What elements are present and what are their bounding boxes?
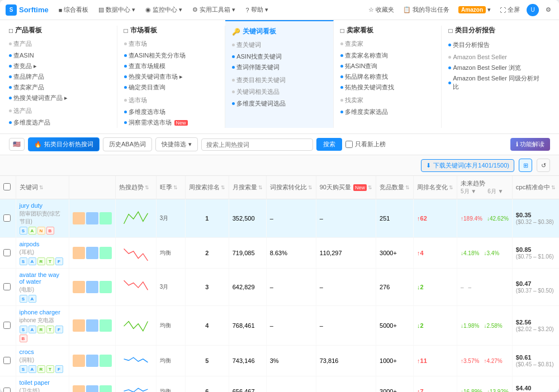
may-trend: ↓4.18% xyxy=(461,250,479,256)
menu-section-market: □市场看板 查市场 查ASIN相关竞分市场 查直市场规模 热搜关键词查市场 ▸ … xyxy=(117,26,226,128)
nav-item-tools[interactable]: ⚙ 实用工具箱 ▾ xyxy=(188,0,240,20)
keyword-name[interactable]: toilet paper xyxy=(20,379,65,386)
future-trend-cell: ↓16.89% ↓13.92% xyxy=(457,376,513,393)
product-thumbnail xyxy=(86,319,98,332)
new-listing-checkbox[interactable]: 只看新上榜 xyxy=(345,140,386,149)
keyword-name[interactable]: iphone charger xyxy=(20,309,65,315)
dot-icon7 xyxy=(9,109,12,112)
rank-change-cell: ↑7 xyxy=(414,376,457,393)
rank-cell: 2 xyxy=(185,238,229,269)
menu-link-seller-name[interactable]: 查卖家名称查询 xyxy=(340,50,435,61)
cpc-value: $0.35 xyxy=(516,212,556,218)
th-keyword: 关键词 ⇅ xyxy=(16,176,69,199)
menu-link-direct-market[interactable]: 查直市场规模 xyxy=(124,61,219,71)
menu-sub-category-keyword: 查类目相关关键词 xyxy=(232,76,326,84)
menu-link-competitor[interactable]: 查竞品 ▸ xyxy=(9,61,110,71)
menu-title-product: □ 产品看板 xyxy=(9,26,110,35)
menu-sub-seller-search: 查卖家 xyxy=(340,40,435,48)
settings-btn[interactable]: ⚙ xyxy=(543,6,553,13)
menu-link-category-market[interactable]: 确定类目查询 xyxy=(124,82,219,93)
keyword-name[interactable]: avatar the way of water xyxy=(20,271,65,285)
dot-icon30 xyxy=(448,44,451,46)
menu-link-asin[interactable]: 查ASIN xyxy=(9,50,110,61)
dot-icon9 xyxy=(124,42,127,45)
func-explain-button[interactable]: ℹ 功能解读 xyxy=(510,138,550,151)
menu-link-brand-products[interactable]: 查品牌产品 xyxy=(9,71,110,82)
logo-icon: S xyxy=(6,4,17,16)
keyword-cell: iphone charger iphone 充电器 SARTFB xyxy=(16,306,69,346)
keyword-name[interactable]: airpods xyxy=(20,241,65,247)
nav-item-help[interactable]: ? 帮助 ▾ xyxy=(241,0,272,20)
menu-link-related-keyword[interactable]: 查词伴随关键词 xyxy=(232,62,326,73)
menu-link-multi-seller[interactable]: 多维度卖家选品 xyxy=(340,107,435,117)
row-checkbox[interactable] xyxy=(3,283,11,290)
menu-link-category-report[interactable]: 类目分析报告 xyxy=(448,40,543,50)
menu-link-brand-name[interactable]: 拓品牌名称查找 xyxy=(340,71,435,82)
th-rank: 周搜索排名 ⇅ xyxy=(185,176,229,199)
row-checkbox[interactable] xyxy=(3,249,11,256)
th-monthly: 月搜索量 ⇅ xyxy=(229,176,266,199)
menu-link-hot-search-product[interactable]: 热搜关键词查产品 ▸ xyxy=(9,93,110,103)
dot-icon18 xyxy=(232,55,235,58)
row-checkbox[interactable] xyxy=(3,322,11,329)
cpc-range: ($0.75 – $1.06) xyxy=(516,254,556,260)
menu-link-multi-select-product[interactable]: 多维度选产品 xyxy=(9,117,110,128)
dot-icon14 xyxy=(124,99,127,102)
nav-item-overview[interactable]: ■ 综合看板 xyxy=(54,0,93,20)
fullscreen-btn[interactable]: ⛶ 全屏 xyxy=(498,6,522,14)
nav-item-datacenter[interactable]: ▤ 数据中心 ▾ xyxy=(94,0,140,20)
menu-section-keyword: 🔑 关键词看板 查关键词 ASIN找查关键词 查词伴随关键词 查类目相关关键词 … xyxy=(225,20,334,128)
new-listing-checkbox-input[interactable] xyxy=(345,141,353,148)
menu-link-demand-market[interactable]: 洞察需求选市场 New xyxy=(124,117,219,128)
dot-icon24 xyxy=(340,54,343,57)
row-checkbox[interactable] xyxy=(3,357,11,364)
keyword-name[interactable]: crocs xyxy=(20,348,65,355)
menu-link-asin-keyword[interactable]: ASIN找查关键词 xyxy=(232,51,326,62)
nav-item-monitor[interactable]: ◉ 监控中心 ▾ xyxy=(141,0,187,20)
user-avatar[interactable]: U xyxy=(527,4,539,16)
menu-link-hot-keyword-seller[interactable]: 拓热搜关键词查找 xyxy=(340,82,435,93)
menu-link-multi-market[interactable]: 多维度选市场 xyxy=(124,107,219,117)
amazon-selector[interactable]: Amazon ▾ xyxy=(456,6,493,13)
products-cell: 276 xyxy=(376,269,414,306)
cpc-range: ($0.45 – $0.81) xyxy=(516,361,556,367)
select-all-checkbox[interactable] xyxy=(3,183,11,190)
us-flag-icon: 🇺🇸 xyxy=(13,141,21,148)
search-button[interactable]: 搜索 xyxy=(316,138,342,151)
hot-search-button[interactable]: 🔥 拓类目分析热搜词 xyxy=(28,137,100,151)
conversion-cell: – xyxy=(266,376,316,393)
row-checkbox-cell xyxy=(0,376,16,393)
future-trend-cell: ↓1.98% ↓2.58% xyxy=(457,306,513,346)
grid-view-button[interactable]: ⊞ xyxy=(519,159,532,172)
jun-trend: ↓13.92% xyxy=(487,389,509,393)
keyword-tag: T xyxy=(46,257,54,265)
collect-btn[interactable]: ☆ 收藏夹 xyxy=(366,6,396,14)
quick-filter-button[interactable]: 快捷筛选 ▾ xyxy=(155,137,198,151)
refresh-button[interactable]: ↺ xyxy=(537,159,550,172)
menu-link-best-seller-compare[interactable]: Amazon Best Seller 同级分析对比 xyxy=(448,73,543,92)
rank-number: 5 xyxy=(205,357,209,364)
flag-button[interactable]: 🇺🇸 xyxy=(9,138,25,151)
menu-link-seller-products[interactable]: 查卖家产品 xyxy=(9,82,110,93)
product-images-cell xyxy=(69,199,115,238)
menu-link-hot-market[interactable]: 热搜关键词查市场 ▸ xyxy=(124,71,219,82)
row-checkbox[interactable] xyxy=(3,388,11,393)
dot-icon31 xyxy=(448,56,451,59)
keyword-cell: toilet paper (卫生纸) SART xyxy=(16,376,69,393)
keyword-name[interactable]: jury duty xyxy=(20,202,65,209)
trend-cell xyxy=(115,306,156,346)
menu-link-best-seller-browse[interactable]: Amazon Best Seller 浏览 xyxy=(448,63,543,73)
chevron-down-icon3: ▾ xyxy=(232,6,235,13)
menu-link-asin-market[interactable]: 查ASIN相关竞分市场 xyxy=(124,50,219,61)
search-input[interactable] xyxy=(201,138,313,151)
history-aba-button[interactable]: 历史ABA热词 xyxy=(103,137,152,151)
dot-icon27 xyxy=(340,86,343,89)
conversion-cell: 8.63% xyxy=(266,238,316,269)
menu-link-keyword-select[interactable]: 多维度关键词选品 xyxy=(232,98,326,109)
tasks-btn[interactable]: 📋 我的导出任务 xyxy=(401,6,452,14)
row-checkbox[interactable] xyxy=(3,214,11,222)
row-checkbox-cell xyxy=(0,199,16,238)
download-button[interactable]: ⬇ 下载关键词(本月1401/1500) xyxy=(421,159,514,172)
menu-link-expand-asin[interactable]: 拓ASIN查询 xyxy=(340,61,435,71)
row-checkbox-cell xyxy=(0,346,16,376)
